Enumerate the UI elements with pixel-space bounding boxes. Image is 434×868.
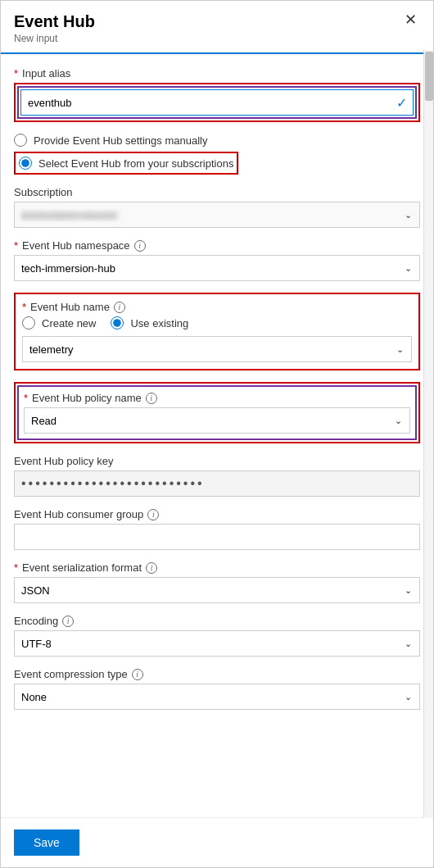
consumer-group-field[interactable] [14,524,420,550]
namespace-group: * Event Hub namespace i tech-immersion-h… [14,239,420,281]
subscription-label: Subscription [14,186,420,198]
policy-key-group: Event Hub policy key [14,455,420,497]
radio-manual-label: Provide Event Hub settings manually [34,134,207,147]
hub-name-select-wrapper: telemetry ⌄ [22,336,412,362]
radio-manual-input[interactable] [14,134,27,147]
subscription-select-wrapper: Subscription blurred ●●●●●●●●●●●●●●● ⌄ [14,202,420,228]
policy-name-highlight-purple: * Event Hub policy name i Read ⌄ [17,385,417,440]
required-star-hn: * [22,301,26,313]
scrollbar-thumb[interactable] [425,52,433,101]
close-button[interactable]: ✕ [401,12,420,27]
namespace-select[interactable]: tech-immersion-hub [14,255,420,281]
hub-name-label: * Event Hub name i [22,301,412,313]
compression-label: Event compression type i [14,668,420,680]
consumer-group-label: Event Hub consumer group i [14,508,420,520]
required-star-ns: * [14,239,18,252]
required-star-sf: * [14,561,18,574]
policy-name-label: * Event Hub policy name i [24,392,410,404]
namespace-info-icon: i [134,240,146,252]
panel-title: Event Hub [14,12,95,31]
input-alias-highlight-purple: ✓ [17,86,417,119]
radio-create-new[interactable]: Create new [22,316,96,329]
policy-name-select[interactable]: Read [24,407,410,434]
consumer-group-info-icon: i [147,509,159,520]
consumer-group-group: Event Hub consumer group i [14,508,420,550]
radio-subscriptions-input[interactable] [19,157,32,170]
radio-subscriptions-label: Select Event Hub from your subscriptions [38,157,233,170]
required-star-pn: * [24,392,28,404]
subscription-group: Subscription Subscription blurred ●●●●●●… [14,186,420,228]
required-star: * [14,67,18,80]
panel-footer: Save [1,817,433,867]
subscription-select[interactable]: Subscription blurred [14,202,420,228]
hub-name-info-icon: i [114,302,125,313]
serialization-info-icon: i [146,562,157,574]
radio-use-input[interactable] [111,316,124,329]
serialization-label: * Event serialization format i [14,561,420,574]
panel-body: * Input alias ✓ Provide Event Hub settin… [1,54,433,817]
policy-key-label: Event Hub policy key [14,455,420,467]
encoding-select[interactable]: UTF-8 [14,630,420,657]
hub-name-radio-group: Create new Use existing [22,316,412,329]
compression-group: Event compression type i None ⌄ [14,668,420,710]
panel-subtitle: New input [14,33,95,44]
input-alias-highlight-red: ✓ [14,83,420,122]
encoding-label: Encoding i [14,615,420,627]
encoding-select-wrapper: UTF-8 ⌄ [14,630,420,657]
policy-name-highlight-red: * Event Hub policy name i Read ⌄ [14,382,420,443]
compression-info-icon: i [132,669,143,680]
compression-select-wrapper: None ⌄ [14,684,420,710]
radio-group: Provide Event Hub settings manually Sele… [14,134,420,175]
serialization-select[interactable]: JSON [14,577,420,603]
policy-name-select-wrapper: Read ⌄ [24,407,410,434]
panel-header: Event Hub New input ✕ [1,1,433,54]
encoding-info-icon: i [62,616,74,627]
encoding-group: Encoding i UTF-8 ⌄ [14,615,420,657]
save-button[interactable]: Save [14,829,79,856]
input-alias-group: * Input alias ✓ [14,67,420,122]
header-text: Event Hub New input [14,12,95,44]
valid-check-icon: ✓ [396,95,407,111]
input-alias-label: * Input alias [14,67,420,80]
hub-name-select[interactable]: telemetry [22,336,412,362]
compression-select[interactable]: None [14,684,420,710]
input-alias-field[interactable] [20,89,414,116]
radio-create-input[interactable] [22,316,35,329]
radio-subscriptions[interactable]: Select Event Hub from your subscriptions [19,157,233,170]
namespace-select-wrapper: tech-immersion-hub ⌄ [14,255,420,281]
namespace-label: * Event Hub namespace i [14,239,420,252]
radio-manual[interactable]: Provide Event Hub settings manually [14,134,420,147]
policy-key-field[interactable] [14,470,420,497]
event-hub-panel: Event Hub New input ✕ * Input alias ✓ [0,0,434,868]
radio-use-existing[interactable]: Use existing [111,316,188,329]
input-alias-wrapper: ✓ [20,89,414,116]
serialization-select-wrapper: JSON ⌄ [14,577,420,603]
serialization-group: * Event serialization format i JSON ⌄ [14,561,420,603]
scrollbar[interactable] [423,50,433,818]
radio-use-label: Use existing [130,317,188,329]
policy-name-info-icon: i [146,393,157,404]
radio-create-label: Create new [42,317,96,329]
hub-name-highlight: * Event Hub name i Create new Use existi… [14,293,420,370]
radio-subscriptions-highlight: Select Event Hub from your subscriptions [14,152,238,175]
